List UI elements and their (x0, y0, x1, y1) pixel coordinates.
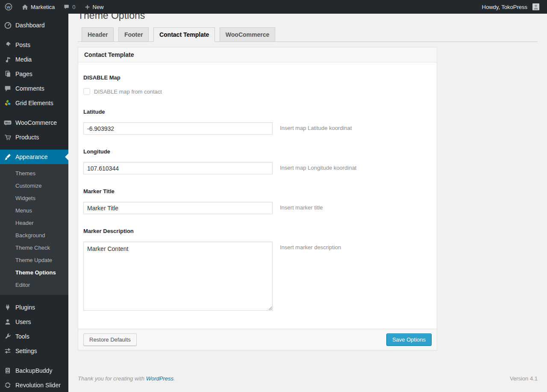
marker-title-hint: Insert marker title (280, 202, 323, 211)
comments-admin-bar-link[interactable]: 0 (59, 0, 79, 14)
cart-icon (3, 133, 12, 141)
comments-bubble-icon (63, 3, 70, 10)
pages-icon (3, 70, 12, 78)
sidebar-item-label: Grid Elements (15, 100, 53, 106)
sidebar-item-plugins[interactable]: Plugins (0, 300, 68, 315)
site-name-link[interactable]: Marketica (17, 0, 59, 14)
admin-bar-left: W Marketica 0 New (0, 0, 108, 14)
panel-title: Contact Template (78, 47, 437, 62)
submenu-item-editor[interactable]: Editor (0, 279, 68, 291)
sidebar-item-products[interactable]: Products (0, 130, 68, 144)
sidebar-item-label: Comments (15, 85, 44, 92)
new-content-menu[interactable]: New (80, 0, 108, 14)
svg-text:W: W (7, 5, 11, 9)
marker-title-input[interactable] (83, 202, 273, 214)
main-content: Theme Options Header Footer Contact Temp… (68, 0, 547, 388)
tab-bar: Header Footer Contact Template WooCommer… (78, 27, 538, 42)
new-label: New (93, 4, 104, 10)
sidebar-item-users[interactable]: Users (0, 315, 68, 329)
backup-drive-icon (3, 366, 12, 375)
sidebar-item-label: WooCommerce (15, 119, 57, 126)
submenu-item-themes[interactable]: Themes (0, 167, 68, 180)
longitude-input[interactable] (83, 162, 273, 174)
sidebar-item-backupbuddy[interactable]: BackupBuddy (0, 363, 68, 378)
wrench-icon (3, 332, 12, 341)
wordpress-logo-icon: W (4, 3, 13, 11)
sidebar-item-tools[interactable]: Tools (0, 329, 68, 344)
submenu-item-header[interactable]: Header (0, 217, 68, 229)
sidebar-item-label: Appearance (15, 153, 48, 160)
sidebar-item-label: BackupBuddy (15, 367, 52, 374)
sidebar-item-label: Tools (15, 333, 29, 340)
admin-bar: W Marketica 0 New Howdy, TokoPress (0, 0, 547, 14)
tab-contact-template[interactable]: Contact Template (153, 27, 215, 42)
sidebar-item-label: Media (15, 56, 32, 63)
save-options-button[interactable]: Save Options (386, 333, 432, 346)
submenu-item-background[interactable]: Background (0, 229, 68, 242)
marker-description-label: Marker Description (83, 228, 432, 234)
plug-icon (3, 303, 12, 312)
submenu-item-theme-update[interactable]: Theme Update (0, 254, 68, 266)
admin-sidebar: Dashboard Posts Media Pages Comments (0, 14, 68, 392)
sidebar-item-label: Users (15, 318, 31, 325)
version-text: Version 4.1 (510, 375, 538, 382)
refresh-arrows-icon (3, 381, 12, 389)
sidebar-item-settings[interactable]: Settings (0, 344, 68, 358)
disable-map-checkbox-row: DISABLE map from contact (83, 88, 432, 95)
sidebar-item-posts[interactable]: Posts (0, 38, 68, 52)
submenu-item-theme-options[interactable]: Theme Options (0, 266, 68, 279)
wordpress-menu[interactable]: W (0, 0, 17, 14)
field-marker-title: Marker Title Insert marker title (83, 188, 432, 214)
wordpress-link[interactable]: WordPress (146, 375, 174, 382)
appearance-submenu: Themes Customize Widgets Menus Header Ba… (0, 164, 68, 295)
sliders-icon (3, 347, 12, 355)
longitude-label: Longitude (83, 148, 432, 155)
sidebar-item-label: Plugins (15, 304, 35, 311)
submenu-item-menus[interactable]: Menus (0, 204, 68, 217)
thanks-suffix: . (174, 375, 175, 382)
longitude-hint: Insert map Longitude koordinat (280, 162, 356, 171)
submenu-item-widgets[interactable]: Widgets (0, 192, 68, 204)
latitude-input[interactable] (83, 122, 273, 135)
marker-description-hint: Insert marker description (280, 242, 341, 251)
svg-text:Woo: Woo (5, 121, 11, 124)
plus-icon (84, 4, 91, 10)
field-longitude: Longitude Insert map Longitude koordinat (83, 148, 432, 174)
sidebar-item-appearance[interactable]: Appearance (0, 150, 68, 164)
sidebar-item-revolution-slider[interactable]: Revolution Slider (0, 378, 68, 392)
field-disable-map: DISABLE Map DISABLE map from contact (83, 74, 432, 95)
panel-footer: Restore Defaults Save Options (78, 329, 437, 350)
current-menu-arrow (65, 153, 68, 160)
disable-map-checkbox-label: DISABLE map from contact (94, 88, 162, 95)
sidebar-item-label: Settings (15, 348, 37, 354)
sidebar-item-media[interactable]: Media (0, 52, 68, 67)
latitude-hint: Insert map Latitude koordinat (280, 122, 352, 131)
tab-woocommerce[interactable]: WooCommerce (220, 27, 275, 42)
sidebar-item-dashboard[interactable]: Dashboard (0, 18, 68, 32)
dashboard-icon (3, 21, 12, 29)
marker-title-label: Marker Title (83, 188, 432, 195)
sidebar-item-comments[interactable]: Comments (0, 81, 68, 96)
field-marker-description: Marker Description Marker Content Insert… (83, 228, 432, 311)
sidebar-item-grid-elements[interactable]: Grid Elements (0, 96, 68, 110)
restore-defaults-button[interactable]: Restore Defaults (83, 333, 137, 346)
media-note-icon (3, 55, 12, 64)
tab-footer[interactable]: Footer (118, 27, 149, 42)
contact-template-panel: Contact Template DISABLE Map DISABLE map… (78, 47, 437, 351)
submenu-item-theme-check[interactable]: Theme Check (0, 242, 68, 254)
site-name: Marketica (31, 4, 55, 10)
paintbrush-icon (3, 153, 12, 161)
sidebar-item-label: Posts (15, 41, 30, 48)
latitude-label: Latitude (83, 109, 432, 115)
submenu-item-customize[interactable]: Customize (0, 180, 68, 192)
grid-elements-pinwheel-icon (3, 99, 12, 107)
avatar (532, 3, 539, 10)
howdy-text: Howdy, TokoPress (482, 4, 527, 10)
marker-description-textarea[interactable]: Marker Content (83, 242, 273, 311)
my-account-menu[interactable]: Howdy, TokoPress (478, 0, 544, 14)
sidebar-item-woocommerce[interactable]: Woo WooCommerce (0, 115, 68, 130)
disable-map-checkbox[interactable] (83, 88, 90, 95)
sidebar-item-pages[interactable]: Pages (0, 67, 68, 81)
comment-count: 0 (72, 4, 75, 10)
tab-header[interactable]: Header (82, 27, 114, 42)
